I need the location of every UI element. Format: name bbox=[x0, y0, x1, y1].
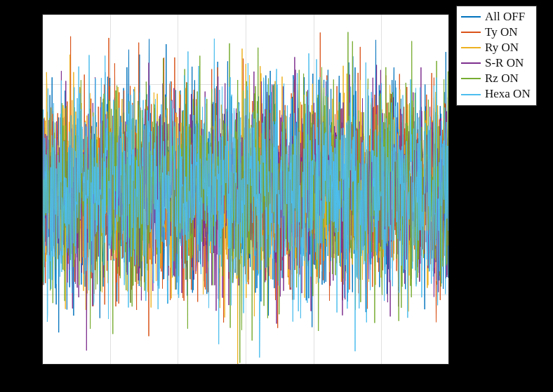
legend-entry: Ty ON bbox=[461, 25, 531, 40]
legend-label: Ry ON bbox=[485, 40, 519, 55]
chart-container: All OFFTy ONRy ONS-R ONRz ONHexa ON bbox=[0, 0, 553, 392]
plot-area bbox=[42, 14, 449, 365]
legend-swatch-icon bbox=[461, 32, 481, 33]
legend-swatch-icon bbox=[461, 78, 481, 79]
legend-swatch-icon bbox=[461, 94, 481, 95]
legend-label: Hexa ON bbox=[485, 86, 531, 102]
legend-entry: All OFF bbox=[461, 9, 531, 25]
legend-swatch-icon bbox=[461, 16, 481, 18]
legend-entry: Ry ON bbox=[461, 40, 531, 55]
legend-entry: Rz ON bbox=[461, 71, 531, 86]
legend-entry: S-R ON bbox=[461, 55, 531, 71]
legend-label: Ty ON bbox=[485, 25, 518, 40]
legend-label: Rz ON bbox=[485, 71, 519, 86]
legend: All OFFTy ONRy ONS-R ONRz ONHexa ON bbox=[456, 6, 537, 106]
legend-swatch-icon bbox=[461, 47, 481, 48]
legend-entry: Hexa ON bbox=[461, 86, 531, 102]
legend-label: S-R ON bbox=[485, 55, 524, 71]
legend-label: All OFF bbox=[485, 9, 525, 25]
legend-swatch-icon bbox=[461, 62, 481, 64]
series-layer bbox=[42, 14, 449, 365]
